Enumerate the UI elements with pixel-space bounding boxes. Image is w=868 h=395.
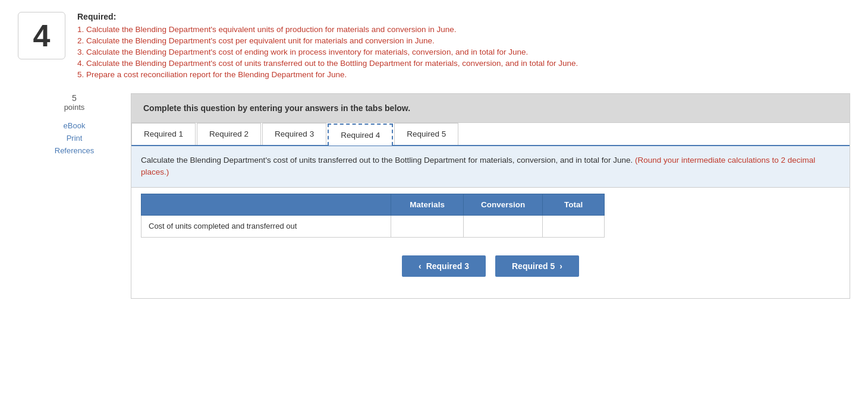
col-header-label — [141, 194, 391, 215]
question-number: 4 — [18, 12, 65, 59]
tab-content-description: Calculate the Blending Department's cost… — [131, 146, 850, 188]
question-item-5: 5. Prepare a cost reconciliation report … — [77, 70, 850, 79]
cost-table: Materials Conversion Total Cost of units… — [141, 194, 605, 238]
tabs-container: Required 1 Required 2 Required 3 Require… — [131, 123, 850, 299]
points-number: 5 — [72, 93, 77, 103]
tab-required-1[interactable]: Required 1 — [131, 123, 196, 145]
instruction-banner: Complete this question by entering your … — [131, 93, 850, 123]
total-input-cell — [543, 215, 605, 237]
materials-input-cell — [391, 215, 464, 237]
sidebar: eBook Print References — [18, 121, 131, 155]
references-link[interactable]: References — [18, 146, 131, 155]
tab-required-2[interactable]: Required 2 — [197, 123, 261, 145]
question-item-3: 3. Calculate the Blending Department's c… — [77, 48, 850, 56]
table-row: Cost of units completed and transferred … — [141, 215, 605, 237]
col-header-materials: Materials — [391, 194, 464, 215]
total-input[interactable] — [543, 216, 604, 237]
tab-main-text: Calculate the Blending Department's cost… — [141, 156, 633, 165]
conversion-input-cell — [464, 215, 543, 237]
print-link[interactable]: Print — [18, 134, 131, 143]
table-header-row: Materials Conversion Total — [141, 194, 605, 215]
question-text-block: Required: 1. Calculate the Blending Depa… — [77, 12, 850, 81]
tab-required-5[interactable]: Required 5 — [394, 123, 458, 145]
tabs-row: Required 1 Required 2 Required 3 Require… — [131, 123, 850, 146]
tab-required-4[interactable]: Required 4 — [328, 124, 393, 146]
col-header-conversion: Conversion — [464, 194, 543, 215]
points-label: points — [64, 103, 85, 112]
next-button[interactable]: Required 5 › — [495, 255, 579, 277]
prev-chevron-icon: ‹ — [419, 261, 422, 271]
prev-button-label: Required 3 — [426, 261, 469, 271]
data-table-wrapper: Materials Conversion Total Cost of units… — [131, 188, 850, 298]
conversion-input[interactable] — [464, 216, 542, 237]
question-item-2: 2. Calculate the Blending Department's c… — [77, 36, 850, 45]
tab-required-3[interactable]: Required 3 — [262, 123, 326, 145]
required-label: Required: — [77, 12, 850, 21]
row-label: Cost of units completed and transferred … — [141, 215, 391, 237]
col-header-total: Total — [543, 194, 605, 215]
nav-buttons: ‹ Required 3 Required 5 › — [141, 249, 840, 289]
question-item-1: 1. Calculate the Blending Department's e… — [77, 25, 850, 34]
question-items-list: 1. Calculate the Blending Department's e… — [77, 25, 850, 79]
next-chevron-icon: › — [559, 261, 562, 271]
question-item-4: 4. Calculate the Blending Department's c… — [77, 59, 850, 68]
ebook-link[interactable]: eBook — [18, 121, 131, 130]
next-button-label: Required 5 — [512, 261, 555, 271]
prev-button[interactable]: ‹ Required 3 — [402, 255, 486, 277]
materials-input[interactable] — [391, 216, 463, 237]
